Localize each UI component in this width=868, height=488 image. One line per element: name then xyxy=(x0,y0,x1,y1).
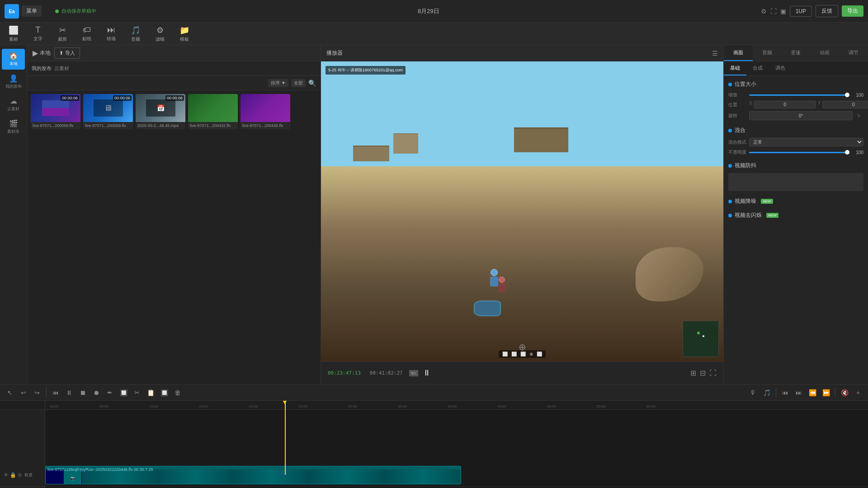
split-button[interactable]: ⏸ xyxy=(64,387,75,398)
preview-right-controls: ⊞ ⊟ ⛶ xyxy=(690,369,717,377)
playhead-line xyxy=(285,401,286,475)
blend-mode-select[interactable]: 正常 xyxy=(749,138,863,146)
select-tool-button[interactable]: ↖ xyxy=(5,387,15,398)
fullscreen-icon[interactable]: ⛶ xyxy=(770,8,777,15)
tab-adjust[interactable]: 调节 xyxy=(839,45,868,61)
video-denoise-section: 视频降噪 NEW xyxy=(728,197,863,205)
library-icon: 🎬 xyxy=(9,119,18,128)
menu-item-main[interactable]: 菜单 xyxy=(22,5,42,17)
opacity-slider[interactable] xyxy=(749,152,847,153)
video-denoise-header[interactable]: 视频降噪 NEW xyxy=(728,197,863,205)
track-lock-icon[interactable]: 🔒 xyxy=(10,472,16,478)
blend-header[interactable]: 混合 xyxy=(728,127,863,134)
record-button[interactable]: ⏺ xyxy=(91,387,102,398)
sidebar-item-cloud[interactable]: ☁ 云素材 xyxy=(2,94,25,115)
pen-tool-button[interactable]: ✒ xyxy=(104,387,115,398)
filter-button[interactable]: 全部 xyxy=(291,79,306,87)
media-item[interactable]: 📅 00:00:06 2025-05-2...48.45.mp4 xyxy=(136,94,185,129)
media-item[interactable]: live-87071...200436.flv xyxy=(241,94,290,129)
fullscreen-icon[interactable]: ⛶ xyxy=(709,369,717,377)
next-frame-button[interactable]: ⏭ xyxy=(793,387,804,398)
media-item[interactable]: 🖥 00:00:06 live-87071...200059.flv xyxy=(83,94,133,129)
home-icon: 🏠 xyxy=(9,52,18,60)
opacity-slider-thumb[interactable] xyxy=(845,150,849,155)
cut-button[interactable]: ✂ xyxy=(132,387,142,398)
cloud-materials-tab[interactable]: 云素材 xyxy=(54,65,69,72)
play-pause-button[interactable]: ⏸ xyxy=(423,368,431,378)
media-item[interactable]: 00:00:06 live-87071...200059.flv xyxy=(31,94,80,129)
my-projects-tab[interactable]: 我的发布 xyxy=(32,65,52,72)
split-next-button[interactable]: ⏹ xyxy=(77,387,88,398)
next-cut-button[interactable]: ⏩ xyxy=(821,387,831,398)
media-item[interactable]: live-87071...200432.flv xyxy=(188,94,238,129)
split-prev-button[interactable]: ⏮ xyxy=(50,387,61,398)
tab-audio[interactable]: 音频 xyxy=(753,45,782,61)
subtab-color[interactable]: 调色 xyxy=(769,61,792,75)
status-indicator xyxy=(55,9,59,13)
video-flicker-header[interactable]: 视频去闪烁 NEW xyxy=(728,211,863,219)
tool-template[interactable]: 📁 模板 xyxy=(176,25,193,42)
position-x-input[interactable] xyxy=(754,101,816,108)
subtab-basic[interactable]: 基础 xyxy=(724,61,746,75)
subtab-blend[interactable]: 合成 xyxy=(746,61,769,75)
search-icon[interactable]: 🔍 xyxy=(308,80,316,87)
undo-button[interactable]: ↩ xyxy=(18,387,29,398)
sidebar-item-my-media[interactable]: 👤 我的发布 xyxy=(2,71,25,92)
tool-text[interactable]: T 文字 xyxy=(30,25,46,42)
sticker-icon: 🏷 xyxy=(83,25,91,35)
prev-frame-button[interactable]: ⏮ xyxy=(780,387,791,398)
settings-icon[interactable]: ⚙ xyxy=(761,8,767,15)
sort-button[interactable]: 排序 ▼ xyxy=(268,79,288,87)
crop-tool-button[interactable]: 🔲 xyxy=(118,387,129,398)
feedback-button[interactable]: 反馈 xyxy=(816,5,838,17)
tool-audio[interactable]: 🎵 音频 xyxy=(127,25,144,42)
preview-menu-icon[interactable]: ☰ xyxy=(712,50,718,57)
import-button[interactable]: ⬆ 导入 xyxy=(54,47,80,59)
tab-speed[interactable]: 变速 xyxy=(782,45,811,61)
tool-filter[interactable]: ⚙ 滤镜 xyxy=(152,25,168,42)
timeline-content: 👁 🔒 ⚙ 轨道 00:00 05:00 10:00 15:00 20:00 2… xyxy=(0,401,868,488)
copy-button[interactable]: 📋 xyxy=(145,387,156,398)
video-stabilize-header[interactable]: 视频防抖 xyxy=(728,162,863,169)
position-size-header[interactable]: 位置大小 xyxy=(728,80,863,88)
sidebar-item-local[interactable]: 🏠 本地 xyxy=(2,49,25,70)
grid-view-icon[interactable]: ⊟ xyxy=(700,369,706,377)
magnetic-snap-button[interactable]: 🔲 xyxy=(159,387,170,398)
tab-video[interactable]: 画面 xyxy=(724,45,753,61)
video-clip[interactable]: live-87071195rqhYpyRuo--20250322220436.f… xyxy=(45,466,461,484)
user-badge[interactable]: 1UP xyxy=(790,6,812,17)
toolbar-separator-1 xyxy=(46,388,47,397)
window-icon[interactable]: ▣ xyxy=(780,8,786,15)
zoom-fit-icon[interactable]: ⊞ xyxy=(690,369,696,377)
ruler-mark-7: 35:00 xyxy=(398,404,407,408)
main-area: 🏠 本地 👤 我的发布 ☁ 云素材 🎬 素材库 ▶ 本地 ⬆ 导入 xyxy=(0,45,868,384)
time-format-toggle[interactable]: fps xyxy=(409,370,418,376)
tool-sticker[interactable]: 🏷 贴纸 xyxy=(79,25,95,42)
delete-button[interactable]: 🗑 xyxy=(172,387,183,398)
music-button[interactable]: 🎵 xyxy=(761,387,772,398)
track-mute-icon[interactable]: 👁 xyxy=(4,472,9,478)
video-flicker-section: 视频去闪烁 NEW xyxy=(728,211,863,219)
preview-center-target[interactable]: ⊕ xyxy=(519,342,526,352)
mic-button[interactable]: 🎙 xyxy=(748,387,759,398)
position-y-input[interactable] xyxy=(822,101,868,108)
zoom-in-button[interactable]: + xyxy=(853,387,863,398)
tool-media[interactable]: ⬜ 素材 xyxy=(5,25,22,42)
mute-button[interactable]: 🔇 xyxy=(839,387,850,398)
redo-button[interactable]: ↪ xyxy=(32,387,42,398)
export-button[interactable]: 导出 xyxy=(842,5,863,17)
scale-slider-thumb[interactable] xyxy=(845,93,849,97)
tab-animation[interactable]: 动画 xyxy=(810,45,839,61)
track-settings-icon[interactable]: ⚙ xyxy=(18,472,22,478)
prev-cut-button[interactable]: ⏪ xyxy=(807,387,818,398)
sidebar-item-library[interactable]: 🎬 素材库 xyxy=(2,117,25,137)
tool-crop[interactable]: ✂ 裁剪 xyxy=(54,25,71,42)
media-grid: 00:00:06 live-87071...200059.flv 🖥 00:00… xyxy=(31,94,317,129)
timeline-ruler-area[interactable]: 00:00 05:00 10:00 15:00 20:00 25:00 30:0… xyxy=(45,401,868,410)
auto-save-status: 自动保存草稿中 xyxy=(55,8,96,14)
tool-transition[interactable]: ⏭ 转场 xyxy=(103,25,119,42)
scale-slider[interactable] xyxy=(749,94,847,96)
blend-section: 混合 混合模式 正常 不透明度 100 xyxy=(728,127,863,155)
rotate-input[interactable] xyxy=(749,111,853,120)
rotate-reset-icon[interactable]: ↻ xyxy=(854,111,863,120)
